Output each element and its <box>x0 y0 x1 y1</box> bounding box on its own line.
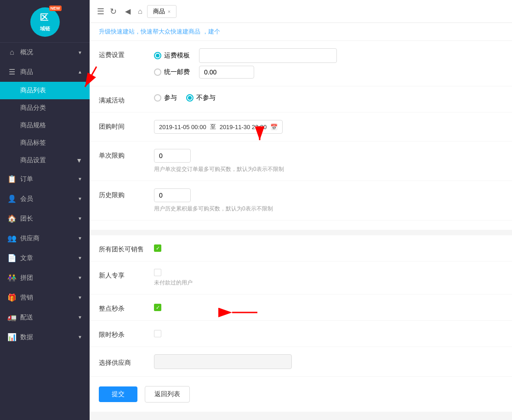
all-leaders-checkbox[interactable] <box>154 244 161 252</box>
submit-button[interactable]: 提交 <box>99 386 137 402</box>
shipping-template-radio[interactable] <box>154 52 161 59</box>
tab-bar: ◀ ⌂ 商品 × <box>122 5 176 18</box>
sidebar-item-data[interactable]: 📊 数据 ▼ <box>0 327 90 347</box>
sidebar-item-article[interactable]: 📄 文章 ▼ <box>0 248 90 268</box>
date-end: 2019-11-30 23:00 <box>220 124 267 131</box>
discount-nojoin-radio[interactable] <box>186 94 193 102</box>
single-limit-input[interactable] <box>154 149 191 163</box>
sidebar-item-products-category[interactable]: 商品分类 <box>0 99 90 117</box>
products-label: 商品 <box>20 68 78 76</box>
time-limited-content <box>154 330 503 337</box>
history-limit-row: 历史限购 用户历史累积最多可购买数，默认为0表示不限制 <box>90 181 512 221</box>
date-start: 2019-11-05 00:00 <box>159 124 206 131</box>
products-settings-arrow: ▼ <box>76 157 82 164</box>
products-spec-label: 商品规格 <box>20 121 46 130</box>
delivery-icon: 🚛 <box>7 313 17 322</box>
shipping-radio-group: 运费模板 <box>154 48 503 63</box>
date-separator: 至 <box>210 123 216 131</box>
marketing-arrow: ▼ <box>78 295 82 300</box>
shipping-unified-radio[interactable] <box>154 68 161 76</box>
sidebar-item-overview[interactable]: ⌂ 概况 ▼ <box>0 43 90 62</box>
sidebar-item-delivery[interactable]: 🚛 配送 ▼ <box>0 307 90 327</box>
members-label: 会员 <box>20 195 78 203</box>
new-user-hint: 未付款过的用户 <box>154 279 503 287</box>
new-user-row: 新人专享 未付款过的用户 <box>90 261 512 295</box>
sidebar-item-products-tag[interactable]: 商品标签 <box>0 134 90 152</box>
data-label: 数据 <box>20 333 78 341</box>
products-settings-label: 商品设置 <box>20 156 46 165</box>
sidebar-item-orders[interactable]: 📋 订单 ▼ <box>0 169 90 189</box>
new-user-checkbox[interactable] <box>154 269 161 276</box>
logo: 区域链 NEW <box>30 7 60 37</box>
history-limit-hint: 用户历史累积最多可购买数，默认为0表示不限制 <box>154 205 503 213</box>
menu-toggle-icon[interactable]: ☰ <box>97 6 104 17</box>
shipping-template-option[interactable]: 运费模板 <box>154 51 190 60</box>
discount-label: 满减活动 <box>99 94 154 105</box>
supplier-label: 供应商 <box>20 234 78 243</box>
group-leader-icon: 🏠 <box>7 214 17 223</box>
flash-sale-checkbox[interactable] <box>154 304 161 311</box>
date-range-picker[interactable]: 2019-11-05 00:00 至 2019-11-30 23:00 📅 <box>154 120 283 134</box>
members-icon: 👤 <box>7 194 17 203</box>
group-time-label: 团购时间 <box>99 120 154 131</box>
group-icon: 👫 <box>7 273 17 282</box>
sidebar-item-products[interactable]: ☰ 商品 ▲ <box>0 62 90 82</box>
sidebar-item-group-leader[interactable]: 🏠 团长 ▼ <box>0 209 90 228</box>
data-icon: 📊 <box>7 333 17 341</box>
sidebar-item-marketing[interactable]: 🎁 营销 ▼ <box>0 288 90 307</box>
sidebar-item-supplier[interactable]: 👥 供应商 ▼ <box>0 228 90 248</box>
article-icon: 📄 <box>7 254 17 262</box>
top-hint: 升级快速建站，快速帮大众快速建商品 ，建个 <box>90 23 512 41</box>
group-time-content: 2019-11-05 00:00 至 2019-11-30 23:00 📅 <box>154 120 503 134</box>
tab-home-button[interactable]: ⌂ <box>135 6 145 17</box>
products-list-label: 商品列表 <box>20 86 46 95</box>
main-area: ☰ ↻ ◀ ⌂ 商品 × 升级快速建站，快速帮大众快速建商品 ，建个 运费设置 <box>90 0 512 420</box>
tab-back-button[interactable]: ◀ <box>122 5 133 17</box>
shipping-label: 运费设置 <box>99 48 154 59</box>
orders-icon: 📋 <box>7 175 17 183</box>
new-user-content: 未付款过的用户 <box>154 269 503 287</box>
unified-fee-input[interactable] <box>199 66 254 79</box>
select-supplier-label: 选择供应商 <box>99 356 154 367</box>
tab-close-icon[interactable]: × <box>168 9 171 14</box>
sidebar-item-products-spec[interactable]: 商品规格 <box>0 117 90 134</box>
shipping-template-input[interactable] <box>199 48 337 63</box>
discount-nojoin-option[interactable]: 不参与 <box>186 94 216 102</box>
shipping-unified-group: 统一邮费 <box>154 66 503 79</box>
orders-label: 订单 <box>20 175 78 183</box>
sidebar-item-group[interactable]: 👫 拼团 ▼ <box>0 268 90 288</box>
back-list-button[interactable]: 返回列表 <box>145 386 190 403</box>
sidebar: 区域链 NEW ⌂ 概况 ▼ ☰ 商品 ▲ 商品列表 商品分类 商品规格 商 <box>0 0 90 420</box>
flash-sale-content <box>154 304 503 311</box>
products-arrow: ▲ <box>78 69 82 74</box>
select-supplier-input[interactable] <box>154 354 292 369</box>
discount-join-label: 参与 <box>164 94 177 102</box>
history-limit-input[interactable] <box>154 188 191 202</box>
discount-join-option[interactable]: 参与 <box>154 94 177 102</box>
supplier-arrow: ▼ <box>78 236 82 241</box>
all-leaders-row: 所有团长可销售 <box>90 235 512 261</box>
select-supplier-row: 选择供应商 <box>90 347 512 377</box>
products-category-label: 商品分类 <box>20 104 46 112</box>
button-row: 提交 返回列表 <box>90 377 512 412</box>
time-limited-checkbox[interactable] <box>154 330 161 337</box>
history-limit-content: 用户历史累积最多可购买数，默认为0表示不限制 <box>154 188 503 213</box>
tab-products[interactable]: 商品 × <box>147 5 176 18</box>
section-block-2: 所有团长可销售 新人专享 未付款过的用户 整点秒杀 <box>90 235 512 412</box>
discount-join-radio[interactable] <box>154 94 161 102</box>
sidebar-item-products-list[interactable]: 商品列表 <box>0 82 90 99</box>
shipping-unified-option[interactable]: 统一邮费 <box>154 68 190 76</box>
products-icon: ☰ <box>7 68 17 76</box>
sidebar-item-products-settings[interactable]: 商品设置 ▼ <box>0 152 90 169</box>
calendar-icon: 📅 <box>270 124 278 131</box>
flash-sale-label: 整点秒杀 <box>99 302 154 313</box>
discount-nojoin-label: 不参与 <box>196 94 216 102</box>
time-limited-label: 限时秒杀 <box>99 328 154 339</box>
group-arrow: ▼ <box>78 275 82 280</box>
sidebar-item-members[interactable]: 👤 会员 ▼ <box>0 189 90 209</box>
history-limit-label: 历史限购 <box>99 188 154 199</box>
single-limit-row: 单次限购 用户单次提交订单最多可购买数，默认为0表示不限制 <box>90 142 512 181</box>
discount-radio-group: 参与 不参与 <box>154 94 503 102</box>
refresh-icon[interactable]: ↻ <box>110 6 117 17</box>
single-limit-content: 用户单次提交订单最多可购买数，默认为0表示不限制 <box>154 149 503 173</box>
